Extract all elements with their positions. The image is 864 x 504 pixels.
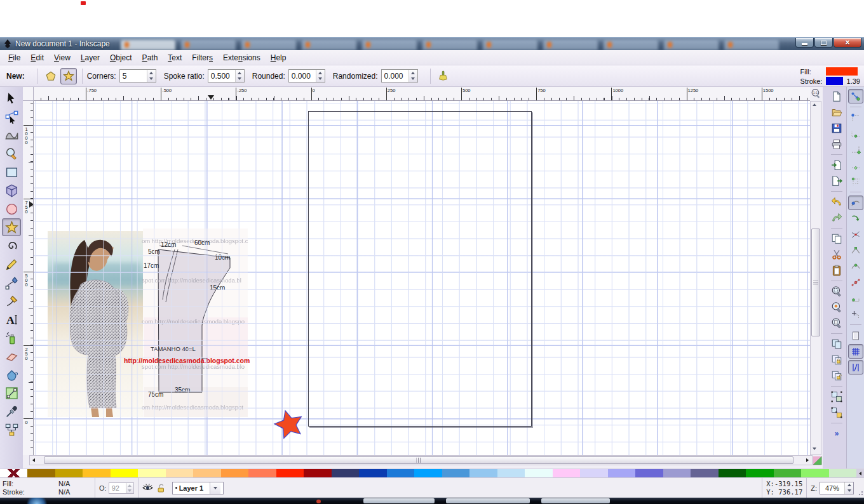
palette-swatch-333a6d[interactable]	[332, 469, 359, 477]
command-open-button[interactable]	[828, 105, 845, 120]
menu-view[interactable]: View	[49, 51, 76, 64]
menu-layer[interactable]: Layer	[76, 51, 105, 64]
palette-swatch-none[interactable]	[0, 469, 27, 477]
polygon-mode-button[interactable]	[43, 68, 59, 84]
horizontal-ruler[interactable]: -750-500-2500250500750100012501500	[34, 87, 810, 101]
zoom-value[interactable]: 47%	[820, 482, 844, 494]
scroll-up-icon[interactable]	[813, 103, 816, 106]
snap-bbox-midpoint-button[interactable]	[848, 158, 863, 173]
palette-swatch-9b6f00[interactable]	[27, 469, 55, 477]
snap-rotation-center-button[interactable]	[848, 307, 863, 321]
resize-grip[interactable]	[855, 478, 864, 498]
snap-cusp-node-button[interactable]	[848, 243, 863, 258]
tool-text-button[interactable]: A	[2, 310, 21, 328]
command-zoom-drawing-button[interactable]	[828, 300, 845, 315]
snap-page-border-button[interactable]	[848, 328, 863, 343]
vertical-ruler[interactable]: 10007505002500	[23, 101, 34, 455]
command-print-button[interactable]	[828, 136, 845, 152]
menu-text[interactable]: Text	[163, 51, 187, 64]
palette-swatch-ff7a55[interactable]	[248, 469, 276, 477]
canvas-viewport[interactable]: om http://moldesedicasmoda.blogspot.c sp…	[34, 101, 810, 455]
field-input[interactable]: 0.000	[381, 69, 418, 83]
tool-spray-button[interactable]	[2, 329, 21, 347]
snap-object-center-button[interactable]	[848, 291, 863, 305]
snap-bbox-button[interactable]	[848, 110, 863, 125]
palette-swatch-0a3bb0[interactable]	[359, 469, 386, 477]
vertical-scrollbar[interactable]	[810, 101, 821, 455]
command-overflow-button[interactable]: »	[828, 426, 845, 441]
palette-swatch-93c7f0[interactable]	[469, 469, 497, 477]
snap-bbox-corner-button[interactable]	[848, 142, 863, 157]
tool-node-button[interactable]	[2, 108, 21, 126]
command-cut-button[interactable]	[828, 247, 845, 262]
command-paste-button[interactable]	[828, 263, 845, 278]
tool-dropper-button[interactable]	[2, 402, 21, 420]
minimize-button[interactable]	[795, 38, 814, 48]
snap-bbox-center-button[interactable]	[848, 174, 863, 189]
menu-path[interactable]: Path	[137, 51, 163, 64]
tool-box3d-button[interactable]	[2, 182, 21, 199]
palette-swatch-cfedca[interactable]	[829, 469, 856, 477]
palette-swatch-1c79d8[interactable]	[387, 469, 414, 477]
snap-path-button[interactable]	[848, 211, 863, 226]
layer-lock-toggle[interactable]	[154, 478, 170, 498]
command-undo-button[interactable]	[828, 194, 845, 209]
tool-bucket-button[interactable]	[2, 366, 21, 383]
star-mode-button[interactable]	[60, 68, 77, 84]
command-new-button[interactable]	[828, 89, 845, 104]
tool-spiral-button[interactable]	[2, 237, 21, 255]
scroll-down-icon[interactable]	[813, 448, 816, 450]
palette-swatch-bfe1f7[interactable]	[497, 469, 525, 477]
palette-swatch-045d04[interactable]	[719, 469, 746, 477]
imported-pattern-image[interactable]: om http://moldesedicasmoda.blogspot.c sp…	[48, 229, 248, 417]
menu-file[interactable]: File	[3, 51, 25, 64]
menu-extensions[interactable]: Extensions	[218, 51, 266, 64]
snap-grid-button[interactable]	[848, 344, 863, 359]
stroke-color-swatch[interactable]	[826, 77, 843, 85]
command-ungroup-button[interactable]	[828, 405, 845, 420]
tool-tweak-button[interactable]	[2, 126, 21, 144]
opacity-control[interactable]: O: 92	[95, 478, 138, 498]
tool-ellipse-button[interactable]	[2, 200, 21, 218]
snap-enable-button[interactable]	[848, 89, 863, 103]
command-copy-button[interactable]	[828, 231, 845, 246]
zoom-control[interactable]: Z: 47%	[807, 478, 855, 498]
palette-swatch-656394[interactable]	[691, 469, 718, 477]
command-zoom-page-button[interactable]	[828, 315, 845, 331]
snap-guide-button[interactable]	[848, 360, 863, 375]
tool-calligraphy-button[interactable]	[2, 292, 21, 310]
star-object[interactable]	[272, 407, 306, 442]
palette-swatch-ffff00[interactable]	[111, 469, 138, 477]
palette-swatch-ffc022[interactable]	[83, 469, 110, 477]
tool-rectangle-button[interactable]	[2, 163, 21, 181]
palette-swatch-47b437[interactable]	[774, 469, 801, 477]
tool-connector-button[interactable]	[2, 421, 21, 439]
tool-select-button[interactable]	[2, 90, 21, 107]
palette-swatch-ffc57d[interactable]	[193, 469, 220, 477]
tool-zoom-button[interactable]	[2, 145, 21, 162]
tool-pen-button[interactable]	[2, 274, 21, 291]
field-input[interactable]: 0.500	[208, 69, 245, 83]
palette-swatch-d8d4fa[interactable]	[580, 469, 607, 477]
layer-selector[interactable]: Layer 1	[170, 478, 228, 498]
field-input[interactable]: 5	[119, 69, 156, 83]
taskbar-button[interactable]	[446, 498, 530, 503]
palette-swatch-ff2200[interactable]	[276, 469, 304, 477]
palette-swatch-ffffa6[interactable]	[138, 469, 165, 477]
palette-swatch-4a97d9[interactable]	[442, 469, 469, 477]
command-export-button[interactable]	[828, 173, 845, 189]
taskbar-button[interactable]	[363, 498, 435, 503]
vertical-scroll-thumb[interactable]	[811, 229, 820, 336]
palette-swatch-e9fdfb[interactable]	[525, 469, 552, 477]
titlebar[interactable]: New document 1 - Inkscape ×	[0, 38, 864, 50]
snap-nodes-button[interactable]	[848, 196, 863, 210]
menu-filters[interactable]: Filters	[187, 51, 218, 64]
tool-gradient-button[interactable]	[2, 384, 21, 402]
menu-help[interactable]: Help	[266, 51, 292, 64]
command-zoom-selection-button[interactable]	[828, 284, 845, 299]
scroll-right-icon[interactable]	[806, 458, 809, 462]
horizontal-scroll-thumb[interactable]	[44, 456, 793, 464]
command-save-button[interactable]	[828, 121, 845, 136]
palette-swatch-ff9a3d[interactable]	[221, 469, 248, 477]
palette-swatch-9c9ad1[interactable]	[663, 469, 691, 477]
